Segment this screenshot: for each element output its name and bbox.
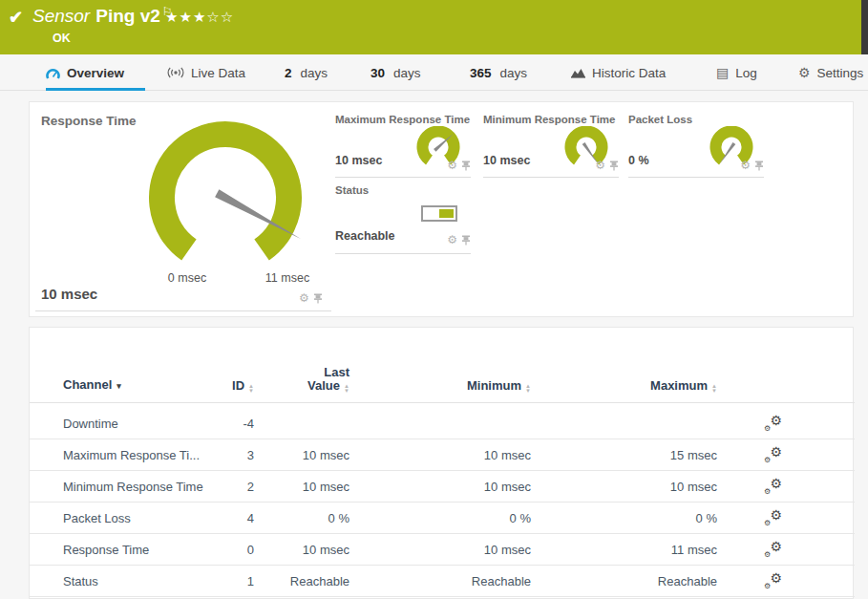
channel-actions: ⚙⚙ [717,541,813,559]
tab-30-days[interactable]: 30 days [370,54,421,91]
channel-settings-icon[interactable]: ⚙⚙ [765,446,782,461]
channel-name[interactable]: Minimum Response Time [63,480,206,494]
tab-overview[interactable]: Overview [46,54,124,91]
panel-title: Maximum Response Time [335,114,470,125]
gear-icon[interactable]: ⚙ [299,292,309,304]
channel-settings-icon[interactable]: ⚙⚙ [765,509,782,524]
channel-settings-icon[interactable]: ⚙⚙ [765,478,782,493]
channel-last-value: 10 msec [254,448,349,462]
channel-last-value: 10 msec [254,543,349,557]
gauge-actions: ⚙ [447,234,471,246]
area-chart-icon [571,67,585,78]
channel-name[interactable]: Response Time [63,543,206,557]
col-maximum[interactable]: Maximum▲▼ [531,379,717,393]
pin-icon[interactable] [461,235,471,246]
gauge-max-label: 11 msec [249,271,326,285]
gear-icon[interactable]: ⚙ [740,160,751,171]
response-time-value: 10 msec [41,286,97,302]
tab-log[interactable]: ▤ Log [716,54,757,91]
tab-bar: Overview Live Data 2 days 30 days 365 da… [0,54,868,91]
panel-packet-loss: Packet Loss 0 % ⚙ [628,114,764,184]
panel-value: 10 msec [335,154,382,167]
channel-maximum: 0 % [531,511,717,525]
channel-maximum: 15 msec [531,448,717,462]
panel-minimum-response-time: Minimum Response Time 10 msec ⚙ [483,114,619,184]
channel-actions: ⚙⚙ [717,446,813,464]
table-row[interactable]: Response Time010 msec10 msec11 msec⚙⚙ [30,534,855,566]
channel-name[interactable]: Status [63,574,206,588]
tab-365-days-number: 365 [470,66,492,80]
rating-stars[interactable]: ★★★☆☆ [165,9,234,26]
tab-live-data[interactable]: Live Data [167,54,245,91]
col-minimum[interactable]: Minimum▲▼ [349,379,531,393]
divider [335,177,471,178]
channel-minimum: 10 msec [349,543,531,557]
tab-2-days[interactable]: 2 days [285,54,328,91]
gauge-actions: ⚙ [299,292,323,304]
pin-icon[interactable] [609,160,619,171]
gauge-actions: ⚙ [447,160,471,171]
pin-icon[interactable] [754,160,764,171]
channel-id: 4 [206,511,254,525]
pin-icon[interactable] [313,293,323,304]
channel-id: -4 [206,417,254,431]
tab-live-data-label: Live Data [191,66,245,80]
response-time-gauge [144,119,307,267]
sensor-status-badge: OK [53,32,71,45]
status-ok-check-icon: ✔ [9,7,23,28]
gear-icon[interactable]: ⚙ [447,234,457,246]
table-row[interactable]: Minimum Response Time210 msec10 msec10 m… [30,471,855,503]
tab-settings-label: Settings [817,66,864,80]
gauge-min-label: 0 msec [154,271,221,285]
sensor-header: ✔ SensorPing v2⚐ ★★★☆☆ OK [0,0,868,54]
divider [35,310,331,311]
tab-365-days[interactable]: 365 days [470,54,527,91]
channel-last-value: 10 msec [254,480,349,494]
pin-icon[interactable] [461,160,471,171]
status-switch[interactable] [421,205,457,222]
tab-historic-data-label: Historic Data [592,66,666,80]
channel-settings-icon[interactable]: ⚙⚙ [765,572,782,588]
channel-last-value: Reachable [254,574,349,588]
gauge-icon [46,67,60,79]
col-last-value[interactable]: Last Value▲▼ [254,366,349,393]
sensor-name: Ping v2 [95,6,160,26]
channel-name[interactable]: Packet Loss [63,511,206,525]
overview-gauges-card: Response Time 0 msec 11 msec 10 msec ⚙ M… [29,101,854,317]
col-id[interactable]: ID▲▼ [206,379,254,393]
panel-value: 0 % [628,154,649,167]
right-edge-panel [861,0,868,54]
gear-icon[interactable]: ⚙ [447,160,457,171]
tab-settings[interactable]: ⚙ Settings [798,54,863,91]
channel-name[interactable]: Downtime [63,417,206,431]
prtg-sensor-page: ✔ SensorPing v2⚐ ★★★☆☆ OK Overview Live … [0,0,868,599]
panel-status: Status Reachable ⚙ [335,184,471,255]
panel-maximum-response-time: Maximum Response Time 10 msec ⚙ [335,114,471,184]
gauge-actions: ⚙ [595,160,619,171]
gauge-actions: ⚙ [740,160,764,171]
table-row[interactable]: Maximum Response Ti...310 msec10 msec15 … [30,439,855,471]
log-list-icon: ▤ [716,66,729,79]
sort-icon: ▲▼ [711,384,717,393]
channel-maximum: Reachable [531,574,717,588]
channel-last-value: 0 % [254,511,349,525]
sensor-kind-label: Sensor [32,6,90,26]
channel-name[interactable]: Maximum Response Ti... [63,448,206,462]
panel-title: Packet Loss [628,114,692,125]
active-tab-underline [46,88,145,91]
channel-settings-icon[interactable]: ⚙⚙ [765,415,782,430]
channel-actions: ⚙⚙ [717,572,813,590]
table-row[interactable]: Status1ReachableReachableReachable⚙⚙ [30,566,855,597]
channel-settings-icon[interactable]: ⚙⚙ [765,541,782,556]
panel-value: 10 msec [483,154,530,167]
panel-value: Reachable [335,229,395,243]
switch-knob [439,209,454,218]
channel-maximum: 11 msec [531,543,717,557]
table-row[interactable]: Downtime-4⚙⚙ [30,408,855,439]
gear-icon[interactable]: ⚙ [595,160,605,171]
channel-minimum: 0 % [349,511,531,525]
tab-historic-data[interactable]: Historic Data [571,54,666,91]
table-row[interactable]: Packet Loss40 %0 %0 %⚙⚙ [30,503,855,534]
channel-minimum: 10 msec [349,480,531,494]
col-channel[interactable]: Channel▾ [63,378,206,393]
